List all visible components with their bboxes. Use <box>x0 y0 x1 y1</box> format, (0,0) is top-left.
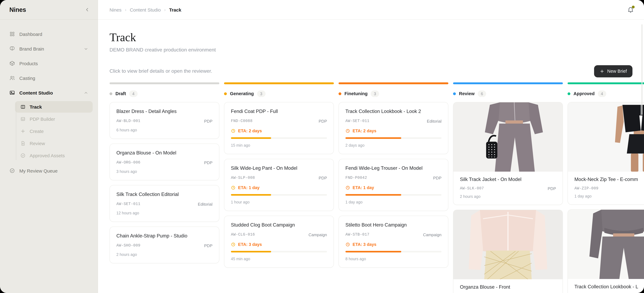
column-count-badge: 4 <box>129 90 138 97</box>
brief-eta: ETA: 3 days <box>231 242 327 247</box>
sidebar-item-dashboard[interactable]: Dashboard <box>5 28 93 40</box>
column-label: Approved <box>574 91 594 96</box>
brief-card[interactable]: Silk Track Jacket - On Model AW-SLK-007P… <box>453 102 563 205</box>
column-header: Draft 4 <box>110 90 219 97</box>
sidebar-item-label: Dashboard <box>19 31 42 37</box>
dashboard-icon <box>9 31 15 37</box>
plus-icon <box>600 69 604 74</box>
brief-code: AW-ZIP-009 <box>574 186 598 191</box>
new-brief-button[interactable]: New Brief <box>594 65 632 78</box>
brief-photo <box>453 210 562 279</box>
breadcrumb-item-nines[interactable]: Nines <box>110 7 122 12</box>
check-circle-icon <box>20 153 26 158</box>
brief-type-label: PDP <box>319 176 327 180</box>
column-header: Finetuning 3 <box>338 90 448 97</box>
column-accent-bar <box>110 82 219 84</box>
brief-meta: AW-SET-011Editorial <box>116 202 212 206</box>
page-content: Track DEMO BRAND creative production env… <box>98 20 644 293</box>
brief-card[interactable]: Fendi Wide-Leg Trouser - On Model FND-P0… <box>338 159 448 211</box>
column-cards: Mock-Neck Zip Tee - E-comm AW-ZIP-0091 d… <box>568 102 644 293</box>
brief-title: Silk Track Collection Editorial <box>116 192 212 197</box>
brief-card[interactable]: Fendi Coat PDP - Full FND-C0088PDP ETA: … <box>224 102 334 154</box>
users-icon <box>9 75 15 81</box>
brief-progress-track <box>346 251 442 252</box>
notifications-button[interactable] <box>627 6 634 13</box>
brief-progress-fill <box>231 251 271 252</box>
brief-card[interactable]: Studded Clog Boot Campaign AW-CLG-016Cam… <box>224 216 334 268</box>
clock-icon <box>346 185 350 190</box>
sidebar-item-products[interactable]: Products <box>5 57 93 70</box>
breadcrumb-item-content-studio[interactable]: Content Studio <box>130 7 161 12</box>
brief-eta-label: ETA: 1 day <box>238 185 260 190</box>
column-label: Draft <box>116 91 126 96</box>
brief-card[interactable]: Silk Wide-Leg Pant - On Model AW-SLP-008… <box>224 159 334 211</box>
brief-progress-fill <box>231 194 271 196</box>
brief-meta: AW-BLD-001PDP <box>116 119 212 124</box>
brief-card[interactable]: Organza Blouse - Front AW-ORG-006PDP <box>453 210 563 293</box>
brief-title: Silk Track Jacket - On Model <box>460 176 556 182</box>
brief-meta: AW-ORG-006PDP <box>116 160 212 165</box>
brief-meta: AW-SLP-008PDP <box>231 176 327 180</box>
chevron-up-icon <box>84 90 88 95</box>
brief-title: Stiletto Boot Hero Campaign <box>346 222 442 228</box>
brief-code: AW-CLG-016 <box>231 232 255 237</box>
brief-card[interactable]: Chain Ankle-Strap Pump - Studio AW-SHO-0… <box>110 226 219 263</box>
check-circle-icon <box>9 168 15 174</box>
brief-code: AW-SHO-009 <box>116 244 140 248</box>
notification-dot <box>632 6 635 8</box>
breadcrumb-item-track: Track <box>169 7 181 12</box>
column-label: Review <box>459 91 474 96</box>
sidebar-item-casting[interactable]: Casting <box>5 72 93 84</box>
board-hint: Click to view brief details or open the … <box>110 68 212 74</box>
brief-card[interactable]: Organza Blouse - On Model AW-ORG-006PDP3… <box>110 144 219 180</box>
column-cards: Track Collection Lookbook - Look 2 AW-SE… <box>338 102 448 268</box>
column-accent-bar <box>224 82 334 84</box>
sidebar-item-my-review-queue[interactable]: My Review Queue <box>5 164 93 177</box>
brief-eta: ETA: 1 day <box>231 185 327 190</box>
column-label: Generating <box>230 91 254 96</box>
brief-meta: AW-STB-017Campaign <box>346 232 442 237</box>
brief-photo <box>568 210 644 279</box>
plus-icon <box>20 128 26 134</box>
column-draft: Draft 4 Blazer Dress - Detail Angles AW-… <box>110 82 219 263</box>
sidebar-item-content-studio[interactable]: Content Studio <box>5 86 93 99</box>
sidebar-subitem-pdp-builder: PDP Builder <box>15 113 93 125</box>
kanban-board: Draft 4 Blazer Dress - Detail Angles AW-… <box>110 82 644 293</box>
sidebar-item-brand-brain[interactable]: Brand Brain <box>5 42 93 55</box>
column-accent-bar <box>453 82 563 84</box>
sidebar: Nines DashboardBrand BrainProductsCastin… <box>0 0 98 293</box>
brief-card[interactable]: Blazer Dress - Detail Angles AW-BLD-001P… <box>110 102 219 139</box>
sidebar-subitem-track[interactable]: Track <box>15 101 93 113</box>
brief-progress-track <box>231 251 327 252</box>
brief-card[interactable]: Track Collection Lookbook - L AW-SET-010 <box>568 209 644 293</box>
brief-card[interactable]: Stiletto Boot Hero Campaign AW-STB-017Ca… <box>338 216 448 268</box>
brief-title: Track Collection Lookbook - Look 2 <box>346 108 442 114</box>
brief-type-label: PDP <box>319 119 327 124</box>
brief-title: Studded Clog Boot Campaign <box>231 222 327 228</box>
scrollbar[interactable] <box>642 24 642 115</box>
brief-code: FND-C0088 <box>231 119 252 124</box>
page-title: Track <box>110 32 644 44</box>
brief-type-label: Editorial <box>198 202 212 206</box>
brief-progress-track <box>346 137 442 139</box>
brief-updated-time: 45 min ago <box>231 257 327 261</box>
brief-code: FND-P0042 <box>346 176 367 180</box>
brief-meta: FND-P0042PDP <box>346 176 442 180</box>
brief-code: AW-SLP-008 <box>231 176 255 180</box>
sidebar-subitem-label: Review <box>30 141 45 146</box>
brief-card[interactable]: Silk Track Collection Editorial AW-SET-0… <box>110 185 219 222</box>
column-status-dot <box>453 92 456 95</box>
brief-eta: ETA: 1 day <box>346 185 442 190</box>
brief-card[interactable]: Track Collection Lookbook - Look 2 AW-SE… <box>338 102 448 154</box>
brief-progress-fill <box>231 137 271 139</box>
sidebar-collapse-icon[interactable] <box>84 7 90 12</box>
column-status-dot <box>338 92 341 95</box>
column-status-dot <box>224 92 227 95</box>
brief-title: Organza Blouse - Front <box>460 284 556 290</box>
brief-updated-time: 15 min ago <box>231 143 327 148</box>
brief-eta-label: ETA: 2 days <box>238 128 262 133</box>
subnav-connector-line <box>16 102 16 160</box>
brief-card[interactable]: Mock-Neck Zip Tee - E-comm AW-ZIP-0091 d… <box>568 102 644 205</box>
brief-eta: ETA: 3 days <box>346 242 442 247</box>
brief-title: Track Collection Lookbook - L <box>574 284 644 290</box>
